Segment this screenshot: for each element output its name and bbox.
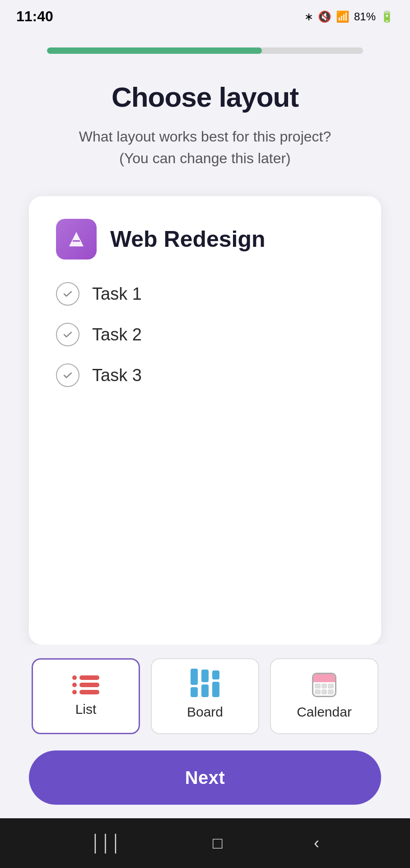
project-icon [56, 219, 97, 259]
task-checkbox-1 [56, 282, 79, 306]
layout-option-calendar[interactable]: Calendar [270, 658, 378, 734]
calendar-icon [312, 673, 336, 697]
project-name: Web Redesign [110, 226, 266, 252]
status-time: 11:40 [16, 8, 53, 25]
nav-bar: │││ □ ‹ [0, 818, 410, 868]
task-label-3: Task 3 [92, 366, 142, 385]
task-checkbox-2 [56, 323, 79, 346]
layout-option-list[interactable]: List [32, 658, 140, 734]
task-checkbox-3 [56, 363, 79, 387]
project-header: Web Redesign [56, 219, 354, 259]
layout-list-label: List [75, 702, 97, 717]
nav-recent-icon[interactable]: ‹ [314, 834, 319, 853]
mute-icon: 🔇 [318, 10, 331, 23]
wifi-icon: 📶 [336, 10, 349, 23]
bottom-section: List Board [0, 645, 410, 818]
layout-board-label: Board [187, 704, 223, 720]
list-icon [72, 675, 99, 694]
board-icon [191, 673, 219, 697]
bluetooth-icon: ∗ [304, 10, 313, 23]
battery-icon: 🔋 [380, 10, 394, 23]
layout-selector: List Board [27, 658, 383, 734]
page-title: Choose layout [112, 81, 298, 113]
status-bar: 11:40 ∗ 🔇 📶 81% 🔋 [0, 0, 410, 29]
page-subtitle: What layout works best for this project?… [79, 126, 331, 169]
next-button[interactable]: Next [29, 750, 381, 805]
task-label-2: Task 2 [92, 325, 142, 344]
task-item-3: Task 3 [56, 363, 354, 387]
layout-option-board[interactable]: Board [151, 658, 259, 734]
project-icon-svg [65, 227, 88, 251]
task-item-2: Task 2 [56, 323, 354, 346]
battery-text: 81% [354, 10, 376, 23]
task-item-1: Task 1 [56, 282, 354, 306]
main-content: Choose layout What layout works best for… [0, 29, 410, 645]
status-icons: ∗ 🔇 📶 81% 🔋 [304, 10, 394, 23]
progress-bar-fill [47, 47, 262, 54]
preview-card: Web Redesign Task 1 Task 2 [29, 196, 381, 645]
task-label-1: Task 1 [92, 284, 142, 304]
nav-home-icon[interactable]: □ [213, 834, 223, 853]
progress-bar-container [47, 47, 363, 54]
nav-back-icon[interactable]: │││ [91, 834, 121, 853]
layout-calendar-label: Calendar [297, 704, 352, 720]
